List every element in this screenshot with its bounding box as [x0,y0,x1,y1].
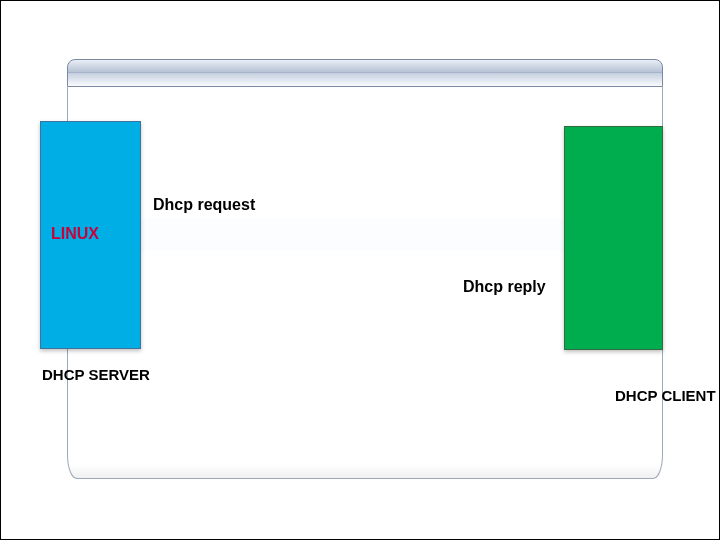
viewport: LINUX Dhcp request Dhcp reply DHCP SERVE… [0,0,720,540]
dhcp-client-box [564,126,663,350]
message-band [135,219,571,251]
dhcp-reply-label: Dhcp reply [463,278,546,296]
window-titlebar [67,59,663,87]
server-os-label: LINUX [51,225,99,243]
client-caption: DHCP CLIENT [615,387,716,404]
dhcp-request-label: Dhcp request [153,196,255,214]
server-caption: DHCP SERVER [42,366,150,383]
